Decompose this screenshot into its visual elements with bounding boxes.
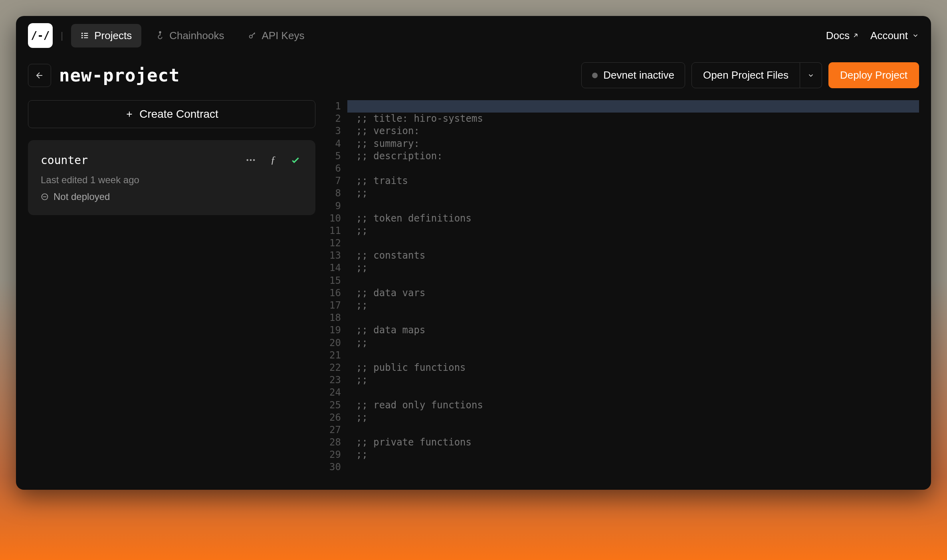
status-dot-icon	[592, 73, 598, 78]
code-text	[347, 275, 919, 287]
external-link-icon	[852, 32, 859, 39]
editor-line[interactable]: 18	[327, 312, 919, 324]
open-project-files-button[interactable]: Open Project Files	[691, 62, 800, 88]
line-number: 18	[327, 312, 347, 324]
line-number: 21	[327, 349, 347, 362]
editor-line[interactable]: 26;;	[327, 412, 919, 424]
line-number: 1	[327, 100, 347, 113]
editor-line[interactable]: 24	[327, 386, 919, 399]
function-icon[interactable]: ƒ	[266, 153, 280, 167]
editor-line[interactable]: 21	[327, 349, 919, 362]
more-menu-button[interactable]	[244, 153, 258, 167]
code-text	[347, 312, 919, 324]
code-text	[347, 162, 919, 175]
app-window: /-/ | Projects Chainhooks API Keys Docs …	[16, 16, 931, 490]
editor-line[interactable]: 11;;	[327, 225, 919, 237]
svg-point-8	[247, 159, 249, 161]
code-text	[347, 424, 919, 436]
editor-line[interactable]: 8;;	[327, 187, 919, 200]
nav-projects[interactable]: Projects	[71, 24, 141, 47]
line-number: 7	[327, 175, 347, 187]
code-text: ;;	[347, 412, 919, 424]
code-text	[347, 386, 919, 399]
editor-line[interactable]: 3;; version:	[327, 125, 919, 137]
editor-line[interactable]: 5;; description:	[327, 150, 919, 162]
code-text: ;;	[347, 187, 919, 200]
contract-card-header: counter ƒ	[41, 153, 303, 167]
sidebar: Create Contract counter ƒ Last edited 1 …	[28, 100, 315, 474]
editor-line[interactable]: 22;; public functions	[327, 362, 919, 374]
editor-line[interactable]: 15	[327, 275, 919, 287]
line-number: 11	[327, 225, 347, 237]
deploy-project-button[interactable]: Deploy Project	[828, 62, 919, 88]
header-actions: Devnet inactive Open Project Files Deplo…	[581, 62, 919, 88]
svg-point-7	[250, 35, 252, 38]
line-number: 2	[327, 113, 347, 125]
line-number: 15	[327, 275, 347, 287]
editor-line[interactable]: 1	[327, 100, 919, 113]
nav-chainhooks-label: Chainhooks	[169, 30, 224, 42]
divider: |	[61, 30, 63, 41]
code-text: ;;	[347, 449, 919, 461]
editor-line[interactable]: 25;; read only functions	[327, 399, 919, 412]
project-title: new-project	[59, 65, 180, 85]
editor-line[interactable]: 13;; constants	[327, 249, 919, 262]
line-number: 5	[327, 150, 347, 162]
code-text	[347, 237, 919, 249]
line-number: 3	[327, 125, 347, 137]
dots-horizontal-icon	[245, 154, 256, 166]
editor-line[interactable]: 14;;	[327, 262, 919, 274]
editor-line[interactable]: 2;; title: hiro-systems	[327, 113, 919, 125]
docs-link[interactable]: Docs	[826, 30, 859, 42]
svg-point-10	[253, 159, 255, 161]
check-icon	[290, 155, 301, 165]
code-text: ;;	[347, 262, 919, 274]
create-contract-button[interactable]: Create Contract	[28, 100, 315, 128]
svg-point-3	[82, 33, 83, 34]
contract-name: counter	[41, 154, 236, 167]
editor-line[interactable]: 30	[327, 461, 919, 473]
editor-line[interactable]: 28;; private functions	[327, 436, 919, 449]
key-icon	[248, 31, 257, 40]
open-project-files-dropdown[interactable]	[800, 62, 822, 88]
account-menu[interactable]: Account	[870, 30, 919, 42]
editor-line[interactable]: 20;;	[327, 337, 919, 349]
editor-line[interactable]: 19;; data maps	[327, 324, 919, 336]
line-number: 6	[327, 162, 347, 175]
code-text: ;; version:	[347, 125, 919, 137]
line-number: 19	[327, 324, 347, 336]
editor-line[interactable]: 4;; summary:	[327, 138, 919, 150]
line-number: 23	[327, 374, 347, 386]
code-text: ;; private functions	[347, 436, 919, 449]
back-button[interactable]	[28, 64, 51, 87]
nav-api-keys[interactable]: API Keys	[238, 24, 314, 47]
hook-icon	[156, 31, 164, 40]
editor-line[interactable]: 16;; data vars	[327, 287, 919, 299]
chevron-down-icon	[912, 32, 919, 39]
editor-line[interactable]: 9	[327, 200, 919, 212]
editor-line[interactable]: 7;; traits	[327, 175, 919, 187]
devnet-status[interactable]: Devnet inactive	[581, 62, 685, 88]
editor-line[interactable]: 27	[327, 424, 919, 436]
editor-line[interactable]: 29;;	[327, 449, 919, 461]
project-header: new-project Devnet inactive Open Project…	[16, 55, 931, 100]
editor-line[interactable]: 10;; token definitions	[327, 212, 919, 225]
editor-line[interactable]: 12	[327, 237, 919, 249]
editor-line[interactable]: 17;;	[327, 299, 919, 312]
logo[interactable]: /-/	[28, 23, 53, 48]
editor-line[interactable]: 23;;	[327, 374, 919, 386]
code-text	[347, 100, 919, 113]
code-text: ;; data vars	[347, 287, 919, 299]
nav-chainhooks[interactable]: Chainhooks	[146, 24, 234, 47]
topbar-right: Docs Account	[826, 30, 919, 42]
line-number: 27	[327, 424, 347, 436]
editor-line[interactable]: 6	[327, 162, 919, 175]
topbar: /-/ | Projects Chainhooks API Keys Docs …	[16, 16, 931, 55]
svg-point-4	[82, 35, 83, 36]
deploy-status-label: Not deployed	[53, 191, 110, 202]
code-text: ;;	[347, 299, 919, 312]
code-editor[interactable]: 12;; title: hiro-systems3;; version:4;; …	[327, 100, 919, 474]
contract-card[interactable]: counter ƒ Last edited 1 week ago Not dep…	[28, 140, 315, 215]
line-number: 28	[327, 436, 347, 449]
nav-api-keys-label: API Keys	[262, 30, 304, 42]
